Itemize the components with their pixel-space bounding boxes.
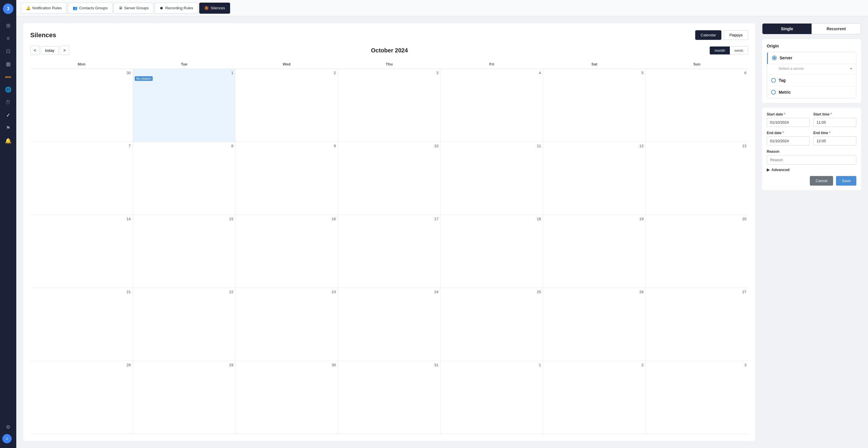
calendar-cell[interactable]: 30 [30, 69, 133, 142]
origin-tag-item[interactable]: Tag [767, 74, 856, 86]
calendar-cell[interactable]: 25 [440, 288, 543, 361]
origin-title: Origin [767, 43, 856, 48]
week-view-btn[interactable]: week [730, 47, 748, 54]
calendar-nav: < today > October 2024 month week [30, 46, 748, 55]
calendar-view-btn[interactable]: Calendar [695, 30, 722, 40]
sidebar-icon-grid[interactable]: ⊞ [2, 20, 14, 31]
today-btn[interactable]: today [41, 46, 59, 55]
calendar-cell[interactable]: 17 [338, 215, 441, 288]
calendar-cell[interactable]: 22 [133, 288, 236, 361]
tab-contacts-groups[interactable]: 👥 Contacts Groups [68, 3, 113, 14]
sidebar-icon-clock[interactable]: ⏱ [2, 97, 14, 108]
calendar-cell[interactable]: 8 [133, 142, 236, 215]
sidebar-icon-bell[interactable]: 🔔 [2, 135, 14, 147]
calendar-cell[interactable]: 2 [543, 361, 646, 434]
sidebar-icon-settings[interactable]: ⚙ [2, 421, 14, 433]
calendar-cell[interactable]: 13 [646, 142, 748, 215]
tab-recording-rules[interactable]: ⏺ Recording Rules [155, 3, 198, 14]
calendar-cell[interactable]: 27 [646, 288, 748, 361]
save-button[interactable]: Save [836, 176, 856, 186]
origin-metric-item[interactable]: Metric [767, 86, 856, 98]
calendar-cell[interactable]: 31 [338, 361, 441, 434]
cell-number: 1 [135, 71, 234, 75]
calendar-cell[interactable]: 23 [235, 288, 338, 361]
start-date-input[interactable] [767, 118, 810, 127]
flappys-view-btn[interactable]: Flappys [724, 30, 748, 40]
tab-notification-rules[interactable]: 🔔 Notification Rules [21, 3, 67, 14]
silence-event-badge[interactable]: No reason [135, 76, 153, 81]
cancel-button[interactable]: Cancel [810, 176, 833, 186]
calendar-cell[interactable]: 1 [440, 361, 543, 434]
calendar-cell[interactable]: 18 [440, 215, 543, 288]
advanced-section[interactable]: ▶ Advanced [767, 168, 856, 172]
origin-server-item[interactable]: Server [767, 52, 856, 64]
calendar-cell[interactable]: 16 [235, 215, 338, 288]
calendar-week-4: 28293031123 [30, 361, 748, 434]
calendar-cell[interactable]: 14 [30, 215, 133, 288]
silence-type-toggle: Single Recurrent [762, 23, 861, 34]
calendar-cell[interactable]: 7 [30, 142, 133, 215]
calendar-cell[interactable]: 6 [646, 69, 748, 142]
calendar-cell[interactable]: 11 [440, 142, 543, 215]
calendar-cell[interactable]: 1No reason [133, 69, 236, 142]
sidebar-icon-user[interactable]: U [2, 434, 12, 443]
cell-number: 2 [237, 71, 336, 75]
recurrent-toggle-btn[interactable]: Recurrent [812, 24, 861, 34]
metric-radio[interactable] [771, 90, 776, 94]
calendar-cell[interactable]: 3 [338, 69, 441, 142]
form-footer-buttons: Cancel Save [767, 176, 856, 186]
calendar-cell[interactable]: 2 [235, 69, 338, 142]
calendar-cell[interactable]: 30 [235, 361, 338, 434]
cell-number: 9 [237, 144, 336, 148]
server-radio[interactable] [772, 56, 777, 60]
calendar-cell[interactable]: 20 [646, 215, 748, 288]
sidebar-icon-aws[interactable]: aws [2, 71, 14, 83]
select-arrow-icon: ▾ [850, 67, 852, 71]
calendar-cell[interactable]: 5 [543, 69, 646, 142]
end-time-required: * [829, 131, 831, 135]
calendar-cell[interactable]: 10 [338, 142, 441, 215]
tag-radio[interactable] [771, 78, 776, 83]
calendar-cell[interactable]: 26 [543, 288, 646, 361]
start-time-group: Start time * [813, 112, 856, 127]
sidebar-icon-dashboard[interactable]: ⊡ [2, 46, 14, 57]
calendar-section: Silences Calendar Flappys < today > Octo… [23, 23, 755, 441]
sidebar-icon-check[interactable]: ✓ [2, 109, 14, 121]
end-date-required: * [782, 131, 784, 135]
cell-number: 3 [340, 71, 439, 75]
tag-label: Tag [779, 78, 786, 83]
prev-btn[interactable]: < [30, 46, 39, 55]
tab-server-groups[interactable]: 🖥 Server Groups [114, 3, 154, 14]
reason-input[interactable] [767, 155, 856, 165]
end-date-input[interactable] [767, 137, 810, 145]
calendar-cell[interactable]: 19 [543, 215, 646, 288]
single-toggle-btn[interactable]: Single [763, 24, 812, 34]
calendar-cell[interactable]: 3 [646, 361, 748, 434]
tab-silences[interactable]: 🔕 Silences [199, 3, 230, 14]
calendar-cell[interactable]: 15 [133, 215, 236, 288]
sidebar-icon-table[interactable]: ▦ [2, 58, 14, 70]
month-view-btn[interactable]: month [710, 47, 730, 54]
calendar-cell[interactable]: 28 [30, 361, 133, 434]
calendar-cell[interactable]: 4 [440, 69, 543, 142]
sidebar-icon-layers[interactable]: ≡ [2, 33, 14, 44]
cell-number: 29 [135, 363, 234, 367]
start-time-input[interactable] [813, 118, 856, 127]
cell-number: 18 [442, 217, 541, 221]
cell-number: 27 [647, 290, 746, 294]
calendar-cell[interactable]: 12 [543, 142, 646, 215]
app-logo[interactable]: 3 [3, 3, 13, 14]
server-select-dropdown[interactable]: Select a server [779, 66, 850, 71]
end-time-input[interactable] [813, 137, 856, 145]
sidebar-icon-globe[interactable]: 🌐 [2, 84, 14, 95]
calendar-cell[interactable]: 29 [133, 361, 236, 434]
calendar-cell[interactable]: 24 [338, 288, 441, 361]
day-headers-row: Mon Tue Wed Thu Fri Sat Sun [30, 60, 748, 69]
calendar-week-2: 14151617181920 [30, 215, 748, 288]
sidebar-icon-flag[interactable]: ⚑ [2, 122, 14, 134]
next-btn[interactable]: > [60, 46, 69, 55]
server-select-row: Select a server ▾ [767, 64, 856, 74]
calendar-cell[interactable]: 21 [30, 288, 133, 361]
cell-number: 5 [545, 71, 644, 75]
calendar-cell[interactable]: 9 [235, 142, 338, 215]
